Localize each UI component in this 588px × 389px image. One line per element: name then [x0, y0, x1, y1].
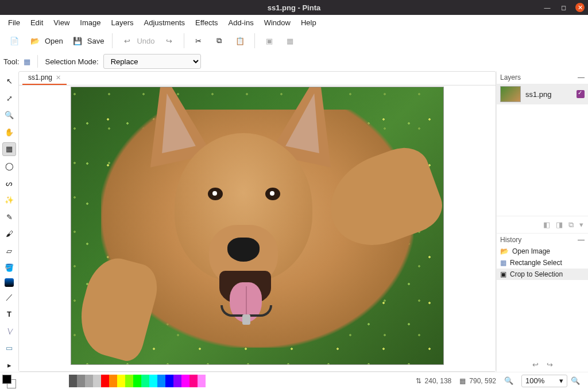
- image-content: [71, 87, 444, 365]
- zoom-in-button[interactable]: [571, 376, 580, 385]
- delete-layer-icon[interactable]: ◨: [556, 220, 563, 229]
- maximize-button[interactable]: ◻: [559, 3, 567, 11]
- palette-swatch[interactable]: [149, 375, 157, 387]
- layer-name: ss1.png: [525, 90, 572, 99]
- palette-swatch[interactable]: [85, 375, 93, 387]
- menu-help[interactable]: Help: [296, 16, 321, 29]
- menu-window[interactable]: Window: [260, 16, 295, 29]
- palette-swatch[interactable]: [125, 375, 133, 387]
- pan-tool[interactable]: ✋: [2, 126, 16, 139]
- palette-swatch[interactable]: [69, 375, 77, 387]
- copy-button[interactable]: ⧉: [211, 33, 228, 48]
- text-tool[interactable]: T: [2, 308, 16, 321]
- color-swatches[interactable]: [1, 374, 17, 388]
- palette-swatch[interactable]: [109, 375, 117, 387]
- history-panel-header: History —: [497, 233, 588, 246]
- menu-edit[interactable]: Edit: [26, 16, 48, 29]
- undo-icon[interactable]: [532, 360, 539, 369]
- tool-label: Tool:: [3, 57, 19, 66]
- selection-mode-label: Selection Mode:: [45, 57, 98, 66]
- layer-thumbnail: [500, 86, 521, 102]
- crop-icon: ▣: [500, 270, 506, 278]
- save-button[interactable]: 💾Save: [69, 33, 107, 48]
- palette-swatch[interactable]: [173, 375, 181, 387]
- bucket-tool[interactable]: 🪣: [2, 261, 16, 275]
- color-picker-tool[interactable]: ／: [2, 290, 16, 304]
- open-icon: 📂: [500, 247, 509, 255]
- move-tool[interactable]: ↖: [2, 75, 16, 88]
- save-icon: 💾: [71, 34, 84, 47]
- lasso-tool[interactable]: ᔕ: [2, 176, 16, 190]
- crop-icon: ▣: [263, 34, 276, 47]
- menu-layers[interactable]: Layers: [106, 16, 138, 29]
- crop-button[interactable]: ▣: [261, 33, 278, 48]
- collapse-icon[interactable]: —: [578, 73, 585, 81]
- collapse-icon[interactable]: —: [578, 236, 585, 244]
- layer-row[interactable]: ss1.png: [497, 84, 588, 104]
- palette-swatch[interactable]: [189, 375, 198, 387]
- palette-swatch[interactable]: [77, 375, 85, 387]
- toolbox: ↖ ⤢ 🔍 ✋ ▦ ◯ ᔕ ✨ ✎ 🖌 ▱ 🪣 ／ T ∖⁄ ▭ ▸: [0, 71, 18, 372]
- add-layer-icon[interactable]: ◧: [543, 220, 550, 229]
- zoom-tool[interactable]: 🔍: [2, 108, 16, 122]
- deselect-button[interactable]: ▦: [281, 33, 299, 48]
- rectangle-tool[interactable]: ▭: [2, 341, 16, 355]
- separator: [112, 33, 113, 48]
- paste-button[interactable]: 📋: [231, 33, 249, 48]
- minimize-button[interactable]: —: [543, 3, 551, 11]
- menu-file[interactable]: File: [3, 16, 25, 29]
- ellipse-select-tool[interactable]: ◯: [2, 160, 16, 173]
- chevron-down-icon: ▾: [559, 376, 563, 385]
- magic-wand-tool[interactable]: ✨: [2, 193, 16, 207]
- line-tool[interactable]: ∖⁄: [2, 324, 16, 338]
- menu-effects[interactable]: Effects: [191, 16, 223, 29]
- rectangle-select-tool[interactable]: ▦: [2, 142, 16, 156]
- layer-menu-icon[interactable]: ▾: [579, 220, 583, 229]
- canvas[interactable]: [19, 85, 496, 371]
- history-item[interactable]: ▦Rectangle Select: [497, 257, 588, 269]
- redo-button[interactable]: [161, 33, 178, 48]
- new-button[interactable]: 📄: [6, 33, 23, 48]
- separator: [37, 55, 38, 68]
- menu-view[interactable]: View: [49, 16, 74, 29]
- palette-swatch[interactable]: [93, 375, 101, 387]
- redo-icon[interactable]: [547, 360, 553, 369]
- palette-swatch[interactable]: [117, 375, 125, 387]
- zoom-out-button[interactable]: [504, 376, 513, 385]
- palette-swatch[interactable]: [133, 375, 141, 387]
- duplicate-layer-icon[interactable]: ⧉: [568, 220, 574, 229]
- selection-mode-select[interactable]: Replace: [103, 54, 201, 69]
- open-button[interactable]: 📂Open: [26, 33, 65, 48]
- document-tab[interactable]: ss1.png ✕: [22, 71, 67, 85]
- palette-swatch[interactable]: [157, 375, 165, 387]
- palette-swatch[interactable]: [165, 375, 173, 387]
- menu-adjustments[interactable]: Adjustments: [139, 16, 189, 29]
- layer-visible-checkbox[interactable]: [577, 90, 585, 98]
- menu-addins[interactable]: Add-ins: [224, 16, 258, 29]
- palette-swatch[interactable]: [198, 375, 206, 387]
- undo-icon: [121, 34, 133, 47]
- history-item[interactable]: ▣Crop to Selection: [497, 269, 588, 280]
- pencil-tool[interactable]: ✎: [2, 210, 16, 224]
- cut-button[interactable]: ✂: [190, 33, 207, 48]
- palette-swatch[interactable]: [141, 375, 149, 387]
- history-item[interactable]: 📂Open Image: [497, 246, 588, 257]
- paste-icon: 📋: [234, 34, 246, 47]
- tab-close-icon[interactable]: ✕: [56, 74, 61, 81]
- menu-image[interactable]: Image: [75, 16, 105, 29]
- gradient-tool[interactable]: [5, 278, 14, 287]
- zoom-select[interactable]: 100% ▾: [521, 375, 567, 387]
- color-palette[interactable]: [69, 375, 206, 387]
- undo-button[interactable]: Undo: [118, 33, 157, 48]
- close-button[interactable]: ✕: [575, 3, 585, 12]
- eraser-tool[interactable]: ▱: [2, 244, 16, 258]
- cursor-icon: ⇅: [416, 377, 421, 385]
- history-item-label: Rectangle Select: [510, 259, 562, 267]
- palette-swatch[interactable]: [101, 375, 109, 387]
- more-tools[interactable]: ▸: [2, 358, 16, 372]
- menubar: File Edit View Image Layers Adjustments …: [0, 15, 588, 30]
- palette-swatch[interactable]: [181, 375, 189, 387]
- paintbrush-tool[interactable]: 🖌: [2, 227, 16, 241]
- fg-color-swatch[interactable]: [2, 375, 11, 384]
- move-selection-tool[interactable]: ⤢: [2, 92, 16, 106]
